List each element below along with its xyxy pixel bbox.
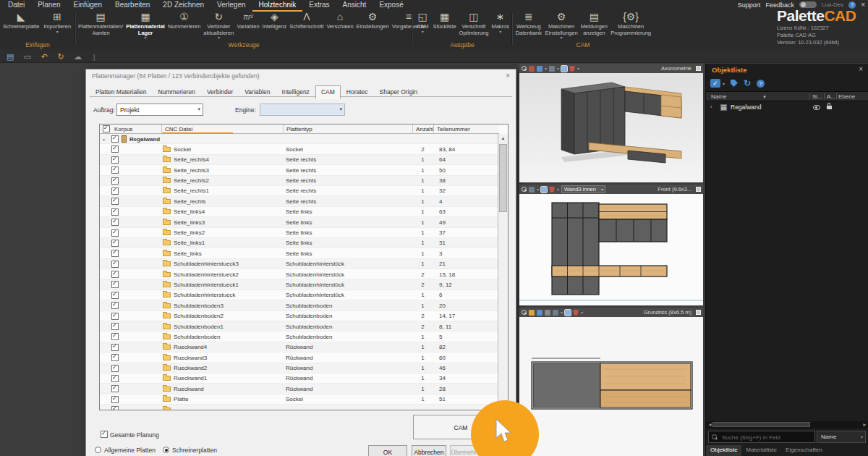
shading-icon[interactable] (541, 187, 547, 193)
material-brush-icon[interactable] (573, 310, 579, 316)
menu-item-einf-gen[interactable]: Einfügen (67, 0, 109, 12)
table-row[interactable]: Seite_linksSeite links13 (100, 248, 498, 258)
row-checkbox[interactable] (111, 177, 119, 185)
grid-icon[interactable] (529, 310, 535, 316)
row-checkbox[interactable] (111, 229, 119, 237)
row-checkbox[interactable] (111, 406, 119, 410)
header-checkbox[interactable] (103, 125, 110, 132)
table-row[interactable]: Seite_links1Seite links131 (100, 238, 498, 248)
table-row[interactable]: RueckwandRückwand128 (100, 384, 498, 394)
display-mode-icon[interactable] (553, 310, 558, 316)
row-checkbox[interactable] (111, 145, 119, 153)
tab-horatec[interactable]: Horatec (341, 85, 374, 99)
menu-item-ansicht[interactable]: Ansicht (336, 0, 373, 12)
table-scrollbar[interactable]: ▲ ▼ (498, 134, 508, 410)
column-header-anzahl[interactable]: Anzahl (412, 124, 433, 134)
maximize-icon[interactable] (696, 310, 701, 315)
tab-cam[interactable]: CAM (315, 85, 341, 99)
tab-platten-materialien[interactable]: Platten Materialien (90, 85, 152, 99)
table-row[interactable]: Schubladenhinterstueck3Schubladenhinters… (100, 259, 498, 269)
viewport-grundriss[interactable]: ▾ ▾ Grundriss (8x6.5 m) (519, 308, 703, 456)
support-link[interactable]: Support (738, 1, 761, 9)
row-checkbox[interactable] (111, 250, 119, 257)
ribbon-button-verschalen[interactable]: ⌂Verschalen (325, 11, 354, 30)
allgemeine-platten-radio[interactable] (95, 447, 101, 453)
maximize-icon[interactable] (696, 66, 701, 71)
zoom-icon[interactable] (522, 310, 527, 315)
refresh-icon[interactable] (744, 79, 751, 88)
panel-help-icon[interactable] (757, 80, 765, 88)
table-row[interactable]: Schubladenboden3Schubladenboden120 (100, 300, 498, 311)
visibility-eye-icon[interactable] (813, 105, 820, 110)
ribbon-button-cam[interactable]: ◱CAM▾ (414, 11, 431, 34)
table-row[interactable]: Rueckwand2Rückwand146 (100, 363, 498, 373)
panel-close-icon[interactable]: × (859, 65, 863, 73)
table-row[interactable]: SockelSockel283, 84 (100, 144, 498, 154)
tab-variablen[interactable]: Variablen (239, 85, 276, 99)
abbrechen-button[interactable]: Abbrechen (412, 445, 446, 456)
menu-item-verlegen[interactable]: Verlegen (210, 0, 252, 12)
search-field-select[interactable]: Name▾ (817, 431, 866, 443)
row-checkbox[interactable] (111, 344, 119, 351)
column-header-plattentyp[interactable]: Plattentyp (283, 124, 412, 134)
row-checkbox[interactable] (111, 240, 119, 247)
ribbon-button-plattenmaterialien-kanten[interactable]: ▤Plattenmaterialien/ -kanten (77, 11, 124, 36)
table-row[interactable]: Rueckwand4Rückwand182 (100, 342, 498, 352)
table-row[interactable]: Seite_rechtsSeite rechts14 (100, 196, 498, 206)
table-row[interactable]: Seite_links2Seite links137 (100, 228, 498, 238)
row-checkbox[interactable] (111, 323, 119, 330)
ribbon-button-schifterschnitt[interactable]: ΛSchifterschnitt (288, 11, 325, 30)
redo-icon[interactable]: ↻ (57, 51, 64, 63)
axonometrie-view[interactable] (519, 73, 703, 182)
schreinerplatten-radio[interactable] (163, 447, 169, 453)
menu-item-expos-[interactable]: Exposé (373, 0, 409, 12)
tab-shaper-origin[interactable]: Shaper Origin (374, 85, 423, 99)
ribbon-button-verschnitt-optimierung[interactable]: ◫Verschnitt Optimierung (458, 11, 490, 36)
menu-item-2d-zeichnen[interactable]: 2D Zeichnen (156, 0, 210, 12)
tag-icon[interactable] (731, 80, 738, 87)
menu-item-bearbeiten[interactable]: Bearbeiten (109, 0, 156, 12)
column-header-korpus[interactable]: Korpus (100, 124, 161, 134)
view-eye-icon[interactable] (529, 66, 535, 72)
row-checkbox[interactable] (111, 302, 119, 309)
group-expand-icon[interactable]: ▾ (103, 137, 105, 142)
search-input[interactable] (720, 432, 814, 443)
panel-hscrollbar[interactable]: ◄ ► (706, 421, 868, 428)
shading-icon[interactable] (565, 310, 571, 316)
objektliste-column-a[interactable]: A... (827, 93, 835, 100)
ribbon-button-maschinen-einstellungen[interactable]: ⚙Maschinen Einstellungen▾ (544, 11, 579, 40)
tab-nummerieren[interactable]: Nummerieren (152, 85, 201, 99)
row-checkbox[interactable] (111, 281, 119, 288)
table-row[interactable]: Schubladenboden2Schubladenboden214, 17 (100, 311, 498, 321)
menu-item-planen[interactable]: Planen (31, 0, 67, 12)
pin-icon[interactable]: ❘ (92, 51, 98, 64)
table-row-clipped[interactable] (100, 405, 498, 410)
wall-select[interactable]: Wand3 innen▾ (561, 185, 605, 193)
lock-icon[interactable] (827, 106, 832, 109)
scroll-up-icon[interactable]: ▲ (498, 134, 508, 143)
row-checkbox[interactable] (111, 261, 119, 268)
hscrollbar-thumb[interactable] (712, 422, 810, 427)
row-checkbox[interactable] (111, 198, 119, 205)
table-row[interactable]: Rueckwand1Rückwand134 (100, 373, 498, 384)
scrollbar-thumb[interactable] (499, 144, 507, 212)
layers-icon[interactable] (537, 310, 542, 316)
column-header-teilenummer[interactable]: Teilenummer (433, 124, 499, 134)
snap-icon[interactable] (545, 310, 550, 316)
viewport-front[interactable]: ▾ ▾ Wand3 innen▾ Front (9.6x3... (519, 185, 703, 305)
panel-tab-objektliste[interactable]: Objektliste (706, 445, 741, 456)
scroll-right-icon[interactable]: ► (862, 422, 867, 427)
tab-verbinder[interactable]: Verbinder (201, 85, 239, 99)
expand-icon[interactable]: › (710, 104, 712, 110)
table-row[interactable]: Seite_rechts3Seite rechts150 (100, 165, 498, 175)
row-checkbox[interactable] (111, 333, 119, 340)
auftrag-select[interactable]: Projekt▾ (116, 104, 203, 116)
row-checkbox[interactable] (111, 385, 119, 392)
render-mode-icon[interactable] (529, 187, 535, 193)
table-row[interactable]: Seite_links4Seite links163 (100, 207, 498, 217)
ribbon-button-nummerieren[interactable]: ①Nummerieren (166, 11, 202, 30)
sort-icon[interactable]: ▼ (762, 95, 767, 99)
row-checkbox[interactable] (111, 166, 119, 174)
ribbon-button-verbinder-aktualisieren[interactable]: ↻Verbinder aktualisieren▾ (202, 11, 235, 40)
ribbon-button-meldungen-anzeigen[interactable]: ▤Meldungen anzeigen (579, 11, 610, 36)
